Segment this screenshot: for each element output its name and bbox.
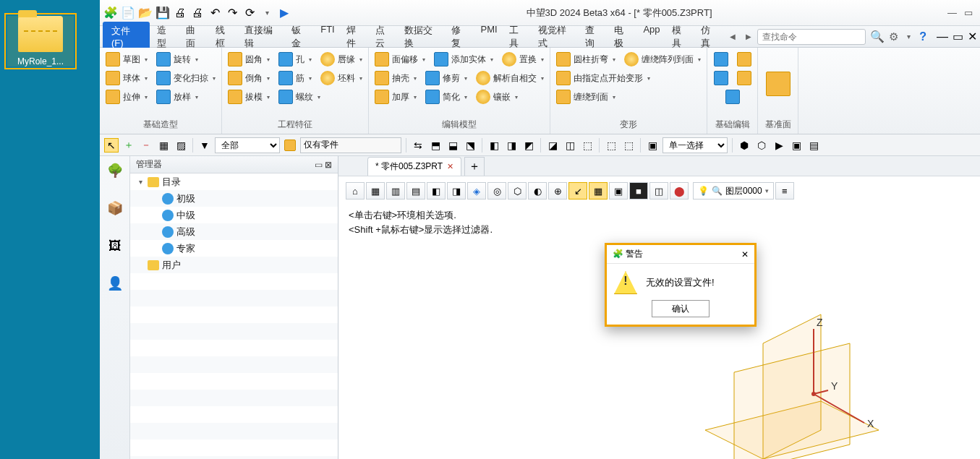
cursor-icon[interactable]: ↖ <box>104 138 119 153</box>
tool-icon[interactable]: ◫ <box>563 138 577 153</box>
tool-icon[interactable]: ▣ <box>789 138 804 153</box>
filter-select-all[interactable]: 全部 <box>215 137 280 153</box>
vp-btn[interactable]: ≡ <box>775 182 794 200</box>
ribbon-button[interactable]: 倒角▾ <box>226 69 271 87</box>
tool-icon[interactable]: ◨ <box>504 138 519 153</box>
ribbon-button[interactable]: 圆柱折弯▾ <box>555 51 617 68</box>
tool-icon[interactable]: ▣ <box>645 138 660 153</box>
vp-btn[interactable]: ⬡ <box>508 182 527 200</box>
ribbon-button[interactable]: 缠绕到面▾ <box>555 88 617 106</box>
ribbon-button[interactable]: 拔模▾ <box>226 88 271 106</box>
maximize-button[interactable]: ▭ <box>964 7 973 18</box>
vp-btn[interactable]: ⊕ <box>548 182 567 200</box>
ribbon-button[interactable]: 拉伸▾ <box>104 88 149 106</box>
sidebar-tab-image[interactable]: 🖼 <box>105 236 125 256</box>
tool-icon[interactable]: ⬚ <box>621 138 636 153</box>
ribbon-button[interactable]: 抽壳▾ <box>373 69 418 87</box>
ribbon-button[interactable]: 放样▾ <box>155 88 200 106</box>
vp-btn[interactable]: ◫ <box>649 182 668 200</box>
dialog-close-icon[interactable]: ✕ <box>741 249 749 259</box>
search-icon[interactable]: 🔍 <box>870 30 885 43</box>
sidebar-tab-part[interactable]: 📦 <box>105 198 125 218</box>
file-menu[interactable]: 文件(F) <box>103 22 150 51</box>
ribbon-button[interactable]: 孔▾ <box>277 51 313 68</box>
tool-icon[interactable]: ▤ <box>806 138 821 153</box>
inner-restore-button[interactable]: ▭ <box>953 30 963 43</box>
minimize-button[interactable]: — <box>947 7 957 18</box>
ribbon-button[interactable] <box>724 88 741 106</box>
open-icon[interactable]: 📂 <box>139 7 152 20</box>
vp-btn[interactable]: ◧ <box>427 182 446 200</box>
filter-icon[interactable]: ▼ <box>197 138 212 153</box>
ribbon-button[interactable]: 简化▾ <box>424 88 469 106</box>
tool-icon[interactable]: ◧ <box>487 138 501 153</box>
inner-close-button[interactable]: ✕ <box>968 30 977 43</box>
settings-chevron-icon[interactable]: ▾ <box>903 33 915 40</box>
tree-node[interactable]: 用户 <box>130 257 338 273</box>
vp-btn[interactable]: ▦ <box>589 182 608 200</box>
tree-node[interactable]: 高级 <box>130 223 338 240</box>
sidebar-close-icon[interactable]: ⊠ <box>325 160 332 170</box>
tool-icon[interactable]: ⬢ <box>737 138 751 153</box>
inner-minimize-button[interactable]: — <box>937 30 948 43</box>
ribbon-button[interactable]: 由指定点开始变形▾ <box>555 69 652 87</box>
print-preview-icon[interactable]: 🖨 <box>191 7 204 20</box>
tool-icon[interactable]: ◪ <box>545 138 560 153</box>
tree-node[interactable]: ▾目录 <box>130 173 338 190</box>
dashwin-icon[interactable]: ▦ <box>156 138 171 153</box>
tree-node[interactable]: 初级 <box>130 190 338 207</box>
cube-icon[interactable] <box>283 138 297 153</box>
tool-icon[interactable]: ⬚ <box>604 138 618 153</box>
vp-btn[interactable]: ◎ <box>487 182 506 200</box>
ribbon-button[interactable]: 缠绕阵列到面▾ <box>623 51 702 68</box>
tool-icon[interactable]: ⬓ <box>446 138 460 153</box>
tab-close-icon[interactable]: ✕ <box>447 162 453 171</box>
ribbon-button[interactable] <box>736 69 753 87</box>
add-icon[interactable]: ＋ <box>122 138 136 153</box>
only-parts-field[interactable] <box>300 137 401 153</box>
document-tab[interactable]: * 零件005.Z3PRT ✕ <box>367 157 461 176</box>
tree-node[interactable]: 专家 <box>130 240 338 257</box>
command-search-input[interactable] <box>757 29 866 45</box>
menu-overflow-right[interactable]: ▶ <box>741 33 756 40</box>
tool-icon[interactable]: ⬒ <box>428 138 443 153</box>
desktop-folder-icon[interactable]: MyRole_1... <box>7 16 74 67</box>
vp-btn[interactable]: ▣ <box>609 182 628 200</box>
tool-icon[interactable]: ⇆ <box>411 138 425 153</box>
ribbon-button[interactable] <box>736 51 753 68</box>
help-icon[interactable]: ? <box>919 30 926 43</box>
chevron-down-icon[interactable]: ▾ <box>260 7 273 20</box>
new-icon[interactable]: 📄 <box>122 7 135 20</box>
vp-btn[interactable]: ◈ <box>467 182 486 200</box>
ribbon-button[interactable]: 加厚▾ <box>373 88 418 106</box>
redo-icon[interactable]: ↷ <box>226 7 239 20</box>
ribbon-button[interactable]: 筋▾ <box>277 69 313 87</box>
ribbon-button[interactable] <box>712 51 730 68</box>
ribbon-button[interactable]: 球体▾ <box>104 69 149 87</box>
selection-mode-select[interactable]: 单一选择 <box>662 137 728 153</box>
new-tab-button[interactable]: ＋ <box>464 157 485 176</box>
vp-btn[interactable]: ⬤ <box>670 182 689 200</box>
tool-icon[interactable]: ◩ <box>521 138 536 153</box>
vp-btn[interactable]: ◐ <box>528 182 547 200</box>
tool-icon[interactable]: ▶ <box>772 138 786 153</box>
ribbon-button[interactable]: 螺纹▾ <box>277 88 322 106</box>
ribbon-button[interactable]: 变化扫掠▾ <box>155 69 217 87</box>
settings-icon[interactable]: ⚙ <box>889 30 898 43</box>
tool-icon[interactable]: ⬡ <box>754 138 769 153</box>
ribbon-button[interactable]: 添加实体▾ <box>433 51 495 68</box>
ribbon-button[interactable]: 圆角▾ <box>226 51 271 68</box>
vp-btn[interactable]: ▤ <box>406 182 425 200</box>
ribbon-button[interactable] <box>712 69 730 87</box>
vp-btn[interactable]: ■ <box>629 182 648 200</box>
vp-btn[interactable]: ▥ <box>386 182 405 200</box>
refresh-icon[interactable]: ⟳ <box>243 7 256 20</box>
sidebar-tab-user[interactable]: 👤 <box>105 273 125 293</box>
vp-btn[interactable]: ⌂ <box>346 182 365 200</box>
menu-overflow-left[interactable]: ◀ <box>725 33 740 40</box>
ribbon-button[interactable]: 面偏移▾ <box>373 51 427 68</box>
tree-node[interactable]: 中级 <box>130 207 338 223</box>
ribbon-button[interactable]: 草图▾ <box>104 51 149 68</box>
undo-icon[interactable]: ↶ <box>208 7 221 20</box>
play-icon[interactable]: ▶ <box>278 7 291 20</box>
